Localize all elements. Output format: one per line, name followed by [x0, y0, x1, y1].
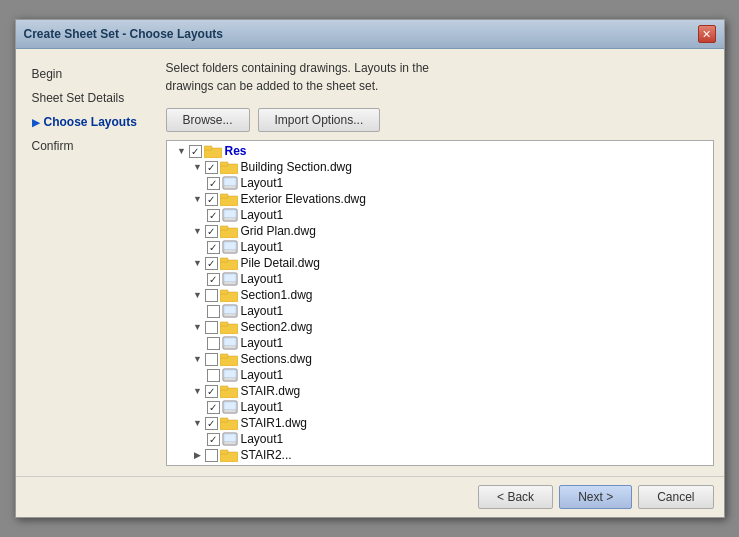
- description: Select folders containing drawings. Layo…: [166, 59, 714, 100]
- tree-item-stair2[interactable]: ▶ STAIR2...: [167, 447, 713, 463]
- checkbox-l4[interactable]: [207, 305, 220, 318]
- svg-rect-28: [220, 322, 228, 326]
- layout-icon-3: [222, 272, 238, 286]
- svg-rect-43: [220, 418, 228, 422]
- dwg-folder-icon-7: [220, 384, 238, 398]
- tree-item-layout-6[interactable]: Layout1: [167, 367, 713, 383]
- expand-icon-9[interactable]: ▶: [191, 448, 205, 462]
- label-6: Sections.dwg: [241, 352, 312, 366]
- checkbox-7[interactable]: ✓: [205, 385, 218, 398]
- layout-label-0: Layout1: [241, 176, 284, 190]
- expand-icon-2[interactable]: ▼: [191, 224, 205, 238]
- svg-rect-11: [224, 218, 236, 220]
- svg-rect-41: [224, 410, 236, 412]
- content-area: Begin Sheet Set Details ▶ Choose Layouts…: [16, 49, 724, 476]
- label-9: STAIR2...: [241, 448, 292, 462]
- tree-item-building-section[interactable]: ▼ ✓ Building Section.dwg: [167, 159, 713, 175]
- checkbox-5[interactable]: [205, 321, 218, 334]
- tree-item-stair[interactable]: ▼ ✓ STAIR.dwg: [167, 383, 713, 399]
- checkbox-9[interactable]: [205, 449, 218, 462]
- svg-rect-23: [220, 290, 228, 294]
- sidebar-item-sheet-set-details-label: Sheet Set Details: [32, 91, 125, 105]
- sidebar-item-choose-layouts[interactable]: ▶ Choose Layouts: [26, 112, 156, 132]
- expand-icon-6[interactable]: ▼: [191, 352, 205, 366]
- dwg-folder-icon-4: [220, 288, 238, 302]
- cancel-button[interactable]: Cancel: [638, 485, 713, 509]
- dwg-folder-icon-1: [220, 192, 238, 206]
- window-title: Create Sheet Set - Choose Layouts: [24, 27, 223, 41]
- svg-rect-48: [220, 450, 228, 454]
- checkbox-l8[interactable]: ✓: [207, 433, 220, 446]
- svg-rect-3: [220, 162, 228, 166]
- tree-item-stair1[interactable]: ▼ ✓ STAIR1.dwg: [167, 415, 713, 431]
- import-options-button[interactable]: Import Options...: [258, 108, 381, 132]
- svg-rect-40: [224, 402, 236, 410]
- root-checkbox[interactable]: ✓: [189, 145, 202, 158]
- checkbox-l6[interactable]: [207, 369, 220, 382]
- checkbox-3[interactable]: ✓: [205, 257, 218, 270]
- label-4: Section1.dwg: [241, 288, 313, 302]
- tree-item-exterior-elevations[interactable]: ▼ ✓ Exterior Elevations.dwg: [167, 191, 713, 207]
- close-button[interactable]: ✕: [698, 25, 716, 43]
- sidebar-item-confirm[interactable]: Confirm: [26, 136, 156, 156]
- tree-item-layout-3[interactable]: ✓ Layout1: [167, 271, 713, 287]
- checkbox-l7[interactable]: ✓: [207, 401, 220, 414]
- svg-rect-46: [224, 442, 236, 444]
- expand-icon-1[interactable]: ▼: [191, 192, 205, 206]
- back-button[interactable]: < Back: [478, 485, 553, 509]
- expand-icon-7[interactable]: ▼: [191, 384, 205, 398]
- active-arrow-icon: ▶: [32, 117, 40, 128]
- checkbox-4[interactable]: [205, 289, 218, 302]
- layout-label-4: Layout1: [241, 304, 284, 318]
- tree-item-layout-7[interactable]: ✓ Layout1: [167, 399, 713, 415]
- svg-rect-30: [224, 338, 236, 346]
- title-bar: Create Sheet Set - Choose Layouts ✕: [16, 20, 724, 49]
- root-folder-icon: [204, 144, 222, 158]
- next-button[interactable]: Next >: [559, 485, 632, 509]
- label-3: Pile Detail.dwg: [241, 256, 320, 270]
- checkbox-l2[interactable]: ✓: [207, 241, 220, 254]
- checkbox-l1[interactable]: ✓: [207, 209, 220, 222]
- tree-item-section2[interactable]: ▼ Section2.dwg: [167, 319, 713, 335]
- checkbox-l0[interactable]: ✓: [207, 177, 220, 190]
- tree-item-pile-detail[interactable]: ▼ ✓ Pile Detail.dwg: [167, 255, 713, 271]
- tree-item-layout-5[interactable]: Layout1: [167, 335, 713, 351]
- tree-content[interactable]: ▼ ✓ Res ▼ ✓: [167, 141, 713, 465]
- checkbox-l3[interactable]: ✓: [207, 273, 220, 286]
- tree-item-layout-8[interactable]: ✓ Layout1: [167, 431, 713, 447]
- tree-item-layout-1[interactable]: ✓ Layout1: [167, 207, 713, 223]
- checkbox-0[interactable]: ✓: [205, 161, 218, 174]
- svg-rect-33: [220, 354, 228, 358]
- svg-rect-21: [224, 282, 236, 284]
- label-0: Building Section.dwg: [241, 160, 352, 174]
- tree-item-section1[interactable]: ▼ Section1.dwg: [167, 287, 713, 303]
- sidebar-item-begin[interactable]: Begin: [26, 64, 156, 84]
- checkbox-2[interactable]: ✓: [205, 225, 218, 238]
- svg-rect-8: [220, 194, 228, 198]
- expand-icon-5[interactable]: ▼: [191, 320, 205, 334]
- expand-icon-8[interactable]: ▼: [191, 416, 205, 430]
- svg-rect-20: [224, 274, 236, 282]
- tree-item-sections[interactable]: ▼ Sections.dwg: [167, 351, 713, 367]
- checkbox-6[interactable]: [205, 353, 218, 366]
- root-expand-icon[interactable]: ▼: [175, 144, 189, 158]
- checkbox-8[interactable]: ✓: [205, 417, 218, 430]
- tree-item-layout-4[interactable]: Layout1: [167, 303, 713, 319]
- tree-item-layout-2[interactable]: ✓ Layout1: [167, 239, 713, 255]
- layout-label-1: Layout1: [241, 208, 284, 222]
- checkbox-1[interactable]: ✓: [205, 193, 218, 206]
- sidebar: Begin Sheet Set Details ▶ Choose Layouts…: [26, 59, 156, 466]
- sidebar-item-confirm-label: Confirm: [32, 139, 74, 153]
- expand-icon-0[interactable]: ▼: [191, 160, 205, 174]
- sidebar-item-sheet-set-details[interactable]: Sheet Set Details: [26, 88, 156, 108]
- browse-button[interactable]: Browse...: [166, 108, 250, 132]
- layout-icon-0: [222, 176, 238, 190]
- expand-icon-3[interactable]: ▼: [191, 256, 205, 270]
- tree-item-layout-0[interactable]: ✓ Layout1: [167, 175, 713, 191]
- tree-root[interactable]: ▼ ✓ Res: [167, 143, 713, 159]
- sidebar-item-choose-layouts-label: Choose Layouts: [44, 115, 137, 129]
- checkbox-l5[interactable]: [207, 337, 220, 350]
- expand-icon-4[interactable]: ▼: [191, 288, 205, 302]
- tree-item-grid-plan[interactable]: ▼ ✓ Grid Plan.dwg: [167, 223, 713, 239]
- dwg-folder-icon-3: [220, 256, 238, 270]
